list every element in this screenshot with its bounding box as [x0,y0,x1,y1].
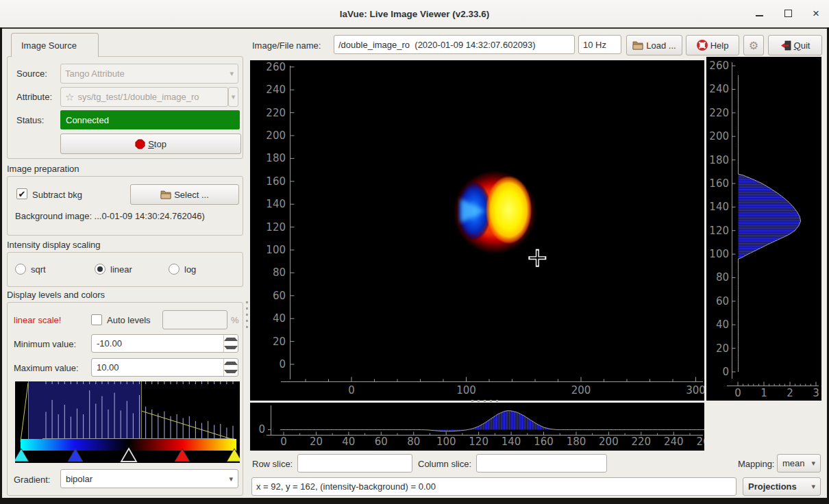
help-button[interactable]: Help [686,35,739,55]
spin-up-icon[interactable] [224,335,238,344]
status-value: Connected [66,115,109,125]
svg-text:0: 0 [722,366,729,378]
svg-text:220: 220 [632,436,652,448]
svg-text:140: 140 [709,201,729,213]
source-value: Tango Attribute [65,68,230,79]
titlebar: laVue: Live Image Viewer (v2.33.6) [0,0,829,29]
svg-text:300: 300 [686,384,704,396]
svg-text:140: 140 [266,198,286,210]
svg-text:120: 120 [266,221,286,234]
svg-text:260: 260 [696,436,704,448]
svg-text:40: 40 [342,436,355,448]
svg-text:100: 100 [456,384,476,396]
app-window: laVue: Live Image Viewer (v2.33.6) × Ima… [0,0,829,504]
projections-label: Projections [748,481,797,492]
svg-text:0: 0 [279,358,286,370]
load-button[interactable]: Load ... [626,35,682,55]
radio-linear-label: linear [110,264,132,275]
radio-selected-dot [97,266,103,272]
row-slice-input[interactable] [297,454,412,473]
chevron-down-icon: ▾ [811,483,815,490]
svg-text:80: 80 [407,436,420,448]
background-image-label: Background image: ...0-01-09 14:30:24.76… [15,211,205,221]
svg-text:40: 40 [273,312,286,325]
svg-text:20: 20 [716,342,729,355]
spin-up-icon[interactable] [224,359,238,368]
settings-button[interactable]: ⚙ [743,35,764,55]
attribute-dropdown-button[interactable]: ▾ [228,87,238,107]
spin-down-icon[interactable] [224,344,238,353]
pixel-status-field[interactable] [251,477,737,496]
row-projection-plot[interactable]: 0204060801001201401601802002202402600123 [706,57,821,401]
lifebuoy-icon [697,40,708,51]
radio-log[interactable] [169,264,180,275]
svg-text:140: 140 [502,436,521,448]
row-slice-label: Row slice: [252,459,293,469]
stop-button[interactable]: Stop [60,134,241,154]
quit-button[interactable]: Quit [768,35,822,55]
svg-text:220: 220 [266,107,286,119]
auto-levels-checkbox[interactable] [91,314,102,325]
mapping-label: Mapping: [738,459,774,469]
svg-text:240: 240 [709,83,729,95]
svg-text:0: 0 [734,387,741,399]
mapping-combobox[interactable]: mean ▾ [777,454,821,473]
close-button[interactable]: × [804,0,828,26]
attribute-field[interactable]: ☆ sys/tg_test/1/double_image_ro [60,87,228,107]
svg-text:200: 200 [571,384,591,396]
column-slice-input[interactable] [476,454,607,473]
attribute-value: sys/tg_test/1/double_image_ro [77,92,223,102]
image-file-name-input[interactable] [334,35,575,54]
minimum-value-label: Minimum value: [14,339,76,349]
tab-image-source[interactable]: Image Source [11,33,99,57]
minimum-value-spinbox[interactable]: -10.00 [91,334,238,353]
folder-icon [632,40,643,50]
radio-linear[interactable] [95,264,106,275]
radio-log-label: log [184,264,196,275]
gradient-combobox[interactable]: bipolar ▾ [60,469,238,488]
gradient-value: bipolar [66,474,92,484]
refresh-rate-input[interactable] [578,35,621,54]
svg-text:60: 60 [273,290,286,302]
svg-text:80: 80 [716,271,729,284]
chevron-down-icon: ▾ [232,92,236,101]
projections-combobox[interactable]: Projections ▾ [743,477,821,496]
quit-button-label: Quit [794,40,811,51]
vertical-splitter[interactable] [246,301,248,329]
spin-down-icon[interactable] [224,368,238,377]
radio-sqrt[interactable] [15,264,26,275]
svg-text:60: 60 [716,295,729,307]
horizontal-splitter[interactable] [471,400,499,402]
maximize-button[interactable] [776,0,800,26]
exit-door-icon [780,40,791,51]
folder-icon [160,190,171,199]
subtract-bkg-checkbox[interactable]: ✔ [16,188,27,199]
select-background-label: Select ... [174,190,209,200]
radio-sqrt-label: sqrt [31,264,46,275]
svg-text:1: 1 [760,387,767,399]
auto-levels-percent-input[interactable] [162,310,227,329]
source-combobox[interactable]: Tango Attribute ▾ [60,64,238,84]
percent-suffix: % [231,315,239,325]
main-image-canvas: 0204060801001201401601802002202402600100… [250,60,704,401]
maximum-value-label: Maximum value: [14,363,79,373]
maximum-value: 10.00 [92,359,223,376]
main-image-plot[interactable]: 0204060801001201401601802002202402600100… [250,60,704,401]
select-background-button[interactable]: Select ... [130,184,239,205]
chevron-down-icon: ▾ [229,475,233,483]
minimize-button[interactable] [747,0,771,26]
minimize-icon [756,15,763,16]
svg-text:2: 2 [787,387,793,399]
help-button-label: Help [710,40,729,51]
column-projection-plot[interactable]: 0020406080100120140160180200220240260 [250,403,704,451]
svg-text:200: 200 [709,130,729,142]
histogram-gradient-canvas [15,381,240,463]
column-projection-canvas: 0020406080100120140160180200220240260 [250,403,704,451]
svg-text:40: 40 [716,318,729,331]
stop-button-label: Stop [148,139,166,149]
maximum-value-spinbox[interactable]: 10.00 [91,358,238,377]
window-edge [0,498,829,504]
intensity-scaling-header: Intensity display scaling [7,240,101,250]
svg-text:100: 100 [266,244,286,256]
histogram-gradient-widget[interactable] [15,381,240,463]
